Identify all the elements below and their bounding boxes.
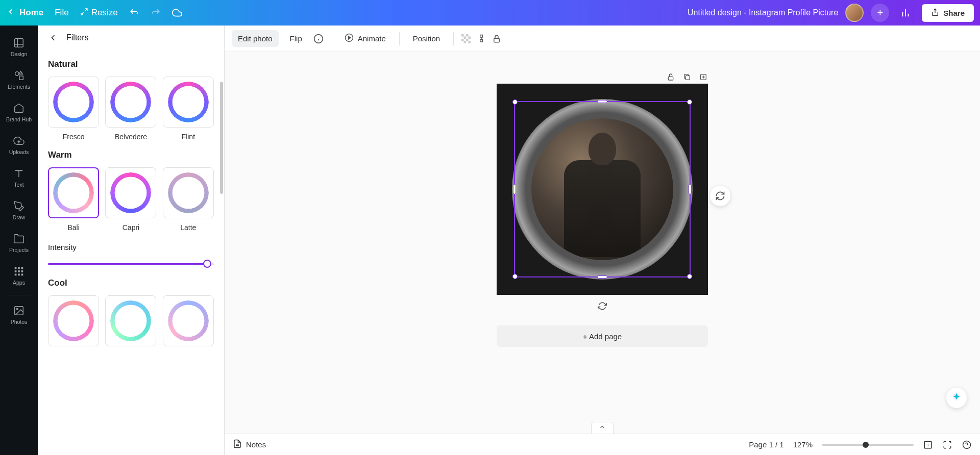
page-indicator[interactable]: Page 1 / 1 [749, 440, 783, 449]
grid-view-button[interactable]: 1 [923, 440, 933, 450]
rail-photos[interactable]: Photos [0, 298, 38, 331]
svg-rect-26 [469, 36, 471, 39]
canvas-toolbar: Edit photo Flip Animate Position [225, 26, 980, 52]
filter-bali[interactable]: Bali [48, 167, 99, 232]
design-title[interactable]: Untitled design - Instagram Profile Pict… [688, 8, 838, 17]
ai-action-button[interactable] [710, 186, 730, 206]
redo-button[interactable] [151, 8, 161, 18]
rail-text[interactable]: Text [0, 161, 38, 194]
filter-thumb [48, 77, 99, 128]
filter-latte[interactable]: Latte [163, 167, 214, 232]
svg-rect-24 [466, 34, 469, 37]
expand-pages-tab[interactable] [591, 422, 614, 434]
share-label: Share [943, 9, 965, 17]
undo-button[interactable] [129, 8, 139, 18]
filter-label: Latte [180, 223, 196, 232]
home-link[interactable]: Home [6, 7, 43, 19]
resize-handle-tr[interactable] [687, 99, 692, 105]
design-page[interactable] [497, 84, 708, 295]
filters-panel: Filters Natural Fresco Belvedere Flint W… [38, 26, 225, 455]
fullscreen-button[interactable] [942, 440, 952, 450]
filter-belvedere[interactable]: Belvedere [105, 77, 156, 141]
svg-rect-12 [15, 274, 17, 276]
transparency-button[interactable] [461, 34, 471, 44]
cloud-sync-icon[interactable] [172, 8, 182, 18]
info-button[interactable] [313, 34, 324, 44]
filter-fresco[interactable]: Fresco [48, 77, 99, 141]
svg-rect-9 [15, 270, 17, 272]
rail-apps[interactable]: Apps [0, 259, 38, 292]
flip-button[interactable]: Flip [284, 30, 308, 47]
back-button[interactable] [48, 33, 58, 43]
zoom-slider-thumb[interactable] [863, 442, 869, 448]
rotate-button[interactable] [596, 300, 608, 312]
filter-thumb [105, 77, 156, 128]
edit-photo-button[interactable]: Edit photo [232, 30, 279, 47]
add-page-button[interactable]: + Add page [497, 325, 708, 347]
text-icon [13, 167, 25, 180]
duplicate-page-icon[interactable] [682, 72, 692, 82]
slider-track [48, 263, 214, 265]
projects-icon [13, 233, 25, 245]
svg-rect-27 [461, 39, 464, 41]
resize-handle-br[interactable] [687, 274, 692, 279]
filter-capri[interactable]: Capri [105, 167, 156, 232]
svg-point-16 [16, 308, 18, 310]
filter-cool-3[interactable] [163, 295, 214, 346]
svg-rect-5 [19, 76, 23, 80]
svg-rect-14 [21, 274, 23, 276]
zoom-percentage[interactable]: 127% [793, 440, 813, 449]
rail-draw[interactable]: Draw [0, 194, 38, 226]
chevron-left-icon [6, 7, 15, 19]
resize-handle-tl[interactable] [512, 99, 518, 105]
toolbar-divider [331, 32, 331, 45]
slider-thumb[interactable] [203, 260, 211, 268]
rail-label: Apps [13, 280, 25, 286]
filter-cool-1[interactable] [48, 295, 99, 346]
resize-handle-l[interactable] [513, 184, 516, 194]
position-button[interactable]: Position [407, 30, 446, 47]
canvas-scroll[interactable]: + Add page [225, 52, 980, 434]
filter-thumb [163, 295, 214, 346]
lock-page-icon[interactable] [666, 72, 675, 82]
rail-divider [6, 295, 32, 295]
add-page-icon[interactable] [699, 72, 708, 82]
panel-scrollbar[interactable] [220, 82, 223, 194]
zoom-slider[interactable] [822, 444, 914, 446]
rail-uploads[interactable]: Uploads [0, 129, 38, 161]
file-menu[interactable]: File [55, 8, 68, 18]
resize-handle-b[interactable] [597, 275, 607, 279]
animate-button[interactable]: Animate [338, 29, 392, 48]
natural-grid: Fresco Belvedere Flint [48, 77, 214, 141]
top-header: Home File Resize Untitled design - Insta… [0, 0, 980, 26]
help-button[interactable] [962, 440, 972, 450]
rail-design[interactable]: Design [0, 31, 38, 63]
resize-handle-bl[interactable] [512, 274, 518, 279]
rail-elements[interactable]: Elements [0, 63, 38, 96]
elements-icon [13, 69, 25, 82]
intensity-slider[interactable] [48, 259, 214, 269]
selection-box[interactable] [514, 101, 691, 277]
lock-button[interactable] [492, 34, 502, 44]
filter-cool-2[interactable] [105, 295, 156, 346]
insights-button[interactable] [896, 4, 915, 22]
notes-button[interactable]: Notes [233, 439, 266, 450]
design-icon [13, 37, 25, 49]
magic-button[interactable] [946, 388, 967, 408]
user-avatar[interactable] [845, 4, 864, 22]
rail-projects[interactable]: Projects [0, 226, 38, 259]
category-warm-title: Warm [48, 150, 214, 160]
resize-handle-t[interactable] [597, 100, 607, 103]
filter-flint[interactable]: Flint [163, 77, 214, 141]
svg-rect-8 [21, 267, 23, 269]
filter-thumb [48, 295, 99, 346]
add-collaborator-button[interactable]: + [871, 4, 889, 22]
rail-label: Draw [13, 214, 26, 220]
svg-rect-7 [18, 267, 20, 269]
resize-button[interactable]: Resize [80, 8, 118, 18]
rail-label: Brand Hub [6, 116, 32, 122]
resize-handle-r[interactable] [689, 184, 692, 194]
rail-brand-hub[interactable]: Brand Hub [0, 96, 38, 129]
link-button[interactable] [476, 34, 486, 44]
share-button[interactable]: Share [922, 4, 974, 22]
